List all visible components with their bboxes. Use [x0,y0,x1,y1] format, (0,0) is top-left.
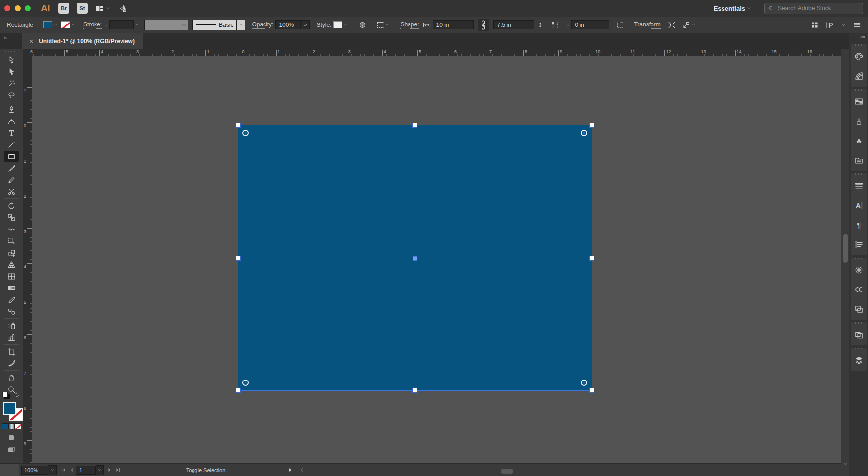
selection-tool[interactable] [0,54,23,66]
scroll-down-button[interactable] [841,460,850,467]
workspace-switcher[interactable]: Essentials [714,5,745,12]
panel-menu-icon[interactable] [853,21,861,29]
horizontal-ruler[interactable]: 654321012345678910111213141516 [23,49,841,56]
window-minimize-button[interactable] [15,5,21,11]
chevron-down-icon[interactable] [690,21,697,29]
type-tool[interactable] [0,127,23,139]
live-corner-widget-nw[interactable] [242,130,249,136]
close-tab-button[interactable]: × [29,37,33,45]
panel-drag-dots[interactable] [854,89,864,91]
stroke-panel-icon[interactable] [851,176,867,195]
stroke-weight-stepper[interactable] [104,23,108,26]
shape-builder-tool[interactable] [0,247,23,259]
select-similar-button[interactable] [376,21,384,29]
paintbrush-tool[interactable] [0,162,23,174]
selection-handle-e[interactable] [589,256,594,261]
stroke-color-swatch[interactable] [61,21,70,28]
selection-handle-nw[interactable] [236,123,241,128]
column-graph-tool[interactable] [0,332,23,343]
selection-handle-se[interactable] [589,388,594,393]
brush-definition-select[interactable]: Basic [192,20,237,30]
live-corner-widget-se[interactable] [581,380,587,386]
none-button[interactable] [15,423,21,429]
vertical-ruler[interactable]: 10123456789 [23,56,33,463]
rotate-tool[interactable] [0,200,23,212]
hscroll-left-button[interactable] [299,467,305,473]
screen-mode-button[interactable] [0,446,23,453]
chevron-down-icon[interactable] [747,6,752,11]
direct-selection-tool[interactable] [0,66,23,77]
cc-libraries-panel-icon[interactable] [851,280,867,299]
chevron-down-icon[interactable] [237,20,245,30]
chevron-down-icon[interactable] [342,21,349,29]
layers-panel-icon[interactable] [851,350,867,370]
zoom-level-field[interactable]: 100% [21,466,48,475]
link-dimensions-toggle[interactable] [478,19,489,31]
line-segment-tool[interactable] [0,139,23,150]
status-display[interactable]: Toggle Selection [145,467,267,473]
blend-tool[interactable] [0,306,23,317]
color-button[interactable] [2,423,8,429]
libraries-panel-icon[interactable] [851,150,867,170]
opacity-label[interactable]: Opacity: [252,21,273,29]
selection-center-point[interactable] [413,256,417,261]
next-artboard-button[interactable] [107,467,112,473]
curvature-tool[interactable] [0,115,23,127]
artboard-shape[interactable] [238,125,592,390]
symbols-panel-icon[interactable]: ♣ [851,131,867,150]
pencil-tool[interactable] [0,174,23,186]
paragraph-styles-panel-icon[interactable] [851,235,867,254]
stroke-weight-label[interactable]: Stroke: [83,21,102,29]
fill-color-swatch[interactable] [43,21,52,28]
free-transform-tool[interactable] [0,235,23,247]
swap-fill-stroke-icon[interactable] [14,392,20,398]
gpu-performance-icon[interactable] [119,4,127,13]
prev-artboard-button[interactable] [69,467,74,473]
horizontal-scrollbar-thumb[interactable] [501,469,513,474]
mesh-tool[interactable] [0,270,23,282]
selection-handle-n[interactable] [412,123,417,128]
stroke-weight-field[interactable] [109,20,134,29]
window-close-button[interactable] [4,5,10,11]
gradient-button[interactable] [8,423,15,429]
gradient-tool[interactable] [0,282,23,294]
artboard-number-field[interactable]: 1 [76,466,96,475]
character-panel-icon[interactable]: A [851,195,867,215]
artboards-panel-icon[interactable] [851,299,867,319]
panel-drag-dots[interactable] [854,44,864,46]
chevron-down-icon[interactable] [52,21,59,29]
transform-link[interactable]: Transform [634,21,660,29]
search-input[interactable] [777,4,859,12]
stock-button[interactable]: St [77,3,88,14]
chevron-down-icon[interactable] [106,6,111,11]
reference-point-icon[interactable] [551,21,559,29]
magic-wand-tool[interactable] [0,77,23,89]
symbol-sprayer-tool[interactable] [0,320,23,332]
align-pixel-grid-icon[interactable] [668,21,675,29]
canvas[interactable] [32,56,841,463]
panel-drag-dots[interactable] [854,322,864,324]
shape-height-field[interactable]: 7.5 in [493,20,534,29]
selection-handle-w[interactable] [236,256,241,261]
live-corner-widget-sw[interactable] [242,380,249,386]
status-flyout-button[interactable] [288,467,293,473]
selection-handle-sw[interactable] [236,388,241,393]
opacity-field[interactable]: 100% [275,20,301,29]
paragraph-panel-icon[interactable]: ¶ [851,215,867,235]
hand-tool[interactable] [0,372,23,383]
chevron-down-icon[interactable] [134,21,140,29]
variable-width-profile-select[interactable] [144,20,188,30]
brushes-panel-icon[interactable] [851,111,867,131]
bridge-button[interactable]: Br [58,3,69,14]
dock-layout-icon[interactable] [825,21,833,29]
panel-drag-dots[interactable] [854,258,864,259]
eyedropper-tool[interactable] [0,294,23,306]
corner-options-icon[interactable] [616,21,624,29]
lasso-tool[interactable] [0,89,23,101]
pen-tool[interactable] [0,103,23,115]
default-fill-stroke-icon[interactable] [2,392,9,399]
transparency-panel-icon[interactable] [851,260,867,280]
window-zoom-button[interactable] [25,5,31,11]
fill-swatch[interactable] [3,402,16,415]
panel-drag-dots[interactable] [854,348,864,349]
